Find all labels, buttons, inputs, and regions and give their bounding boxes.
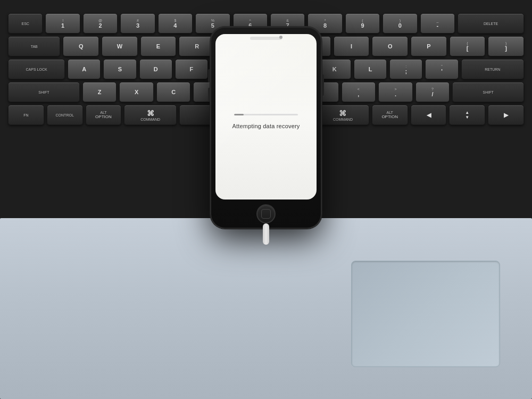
key-f: F	[175, 59, 208, 79]
key-w: W	[102, 36, 138, 56]
key-delete: delete	[458, 13, 524, 34]
key-comma: <,	[342, 82, 376, 102]
trackpad	[351, 261, 500, 367]
key-control: control	[47, 105, 83, 125]
iphone-camera-front	[279, 36, 282, 39]
key-command-left: ⌘ command	[124, 105, 177, 125]
key-quote: "'	[425, 59, 458, 79]
key-bracket-l: {[	[450, 36, 486, 56]
scene: esc !1 @2 #3 $4 %5 ^6 &7 *8 (9 )0 _- del…	[0, 0, 532, 399]
lightning-cable	[263, 223, 269, 245]
key-a: A	[68, 59, 101, 79]
key-q: Q	[63, 36, 99, 56]
iphone-home-button[interactable]	[256, 204, 276, 223]
key-9: (9	[345, 13, 380, 34]
key-arrow-updown: ▲ ▼	[449, 105, 485, 125]
key-command-right: ⌘ command	[317, 105, 369, 125]
recovery-status-text: Attempting data recovery	[232, 123, 300, 129]
iphone-speaker	[250, 37, 282, 40]
key-4: $4	[158, 13, 193, 34]
key-s: S	[103, 59, 136, 79]
key-x: X	[119, 82, 154, 102]
key-return: return	[461, 59, 524, 79]
key-c: C	[156, 82, 191, 102]
key-shift-r: shift	[452, 82, 524, 102]
key-arrow-left: ◀	[411, 105, 447, 125]
key-fn: fn	[8, 105, 44, 125]
key-alt-option-left: alt option	[86, 105, 122, 125]
key-0: )0	[383, 13, 417, 34]
progress-bar-fill	[234, 114, 244, 115]
key-r: R	[179, 36, 215, 56]
key-arrow-right: ▶	[488, 105, 524, 125]
key-semicolon: :;	[389, 59, 422, 79]
key-shift-l: shift	[8, 82, 80, 102]
key-l: L	[354, 59, 387, 79]
key-caps: caps lock	[8, 59, 65, 79]
iphone-power-button	[322, 74, 324, 96]
iphone-volume-up-button	[208, 69, 210, 82]
iphone-screen: Attempting data recovery	[215, 34, 317, 200]
key-bracket-r: }]	[488, 36, 524, 56]
laptop-base	[0, 218, 532, 399]
iphone: Attempting data recovery	[210, 27, 322, 229]
key-alt-option-right: alt option	[372, 105, 408, 125]
key-o: O	[372, 36, 408, 56]
key-z: Z	[82, 82, 117, 102]
key-2: @2	[83, 13, 118, 34]
key-minus: _-	[420, 13, 455, 34]
key-p: P	[411, 36, 447, 56]
key-slash: ?/	[415, 82, 450, 102]
key-tab: tab	[8, 36, 60, 56]
iphone-volume-down-button	[208, 88, 210, 101]
key-3: #3	[120, 13, 155, 34]
key-i: I	[334, 36, 370, 56]
key-e: E	[140, 36, 177, 56]
key-escape: esc	[8, 13, 43, 34]
key-1: !1	[45, 13, 80, 34]
key-period: >.	[378, 82, 413, 102]
key-d: D	[139, 59, 172, 79]
progress-bar-container	[234, 114, 298, 115]
